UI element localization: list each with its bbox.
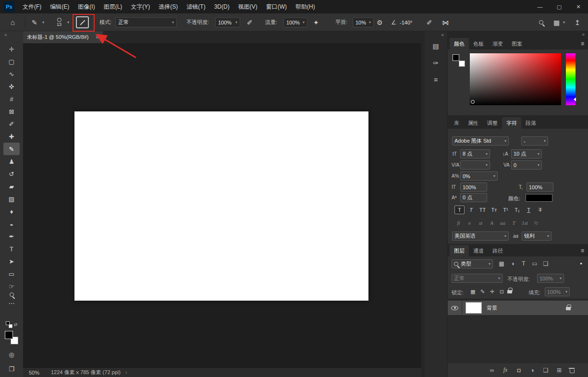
layer-visibility-cell[interactable]: [448, 301, 462, 315]
style-faux-italic-button[interactable]: T: [466, 206, 476, 214]
panel-background-color-swatch[interactable]: [459, 61, 465, 67]
tab-layers[interactable]: 图层: [450, 245, 469, 256]
menu-file[interactable]: 文件(F): [18, 0, 46, 13]
hue-marker-icon[interactable]: [574, 97, 576, 101]
tab-close-icon[interactable]: ✕: [95, 35, 99, 40]
zoom-tool[interactable]: [10, 292, 14, 297]
tab-swatches[interactable]: 色板: [469, 38, 488, 49]
adjustment-layer-icon[interactable]: ◑: [528, 366, 536, 374]
panel-collapse-chevron-icon[interactable]: »: [582, 32, 584, 37]
opacity-select[interactable]: 100% ▾: [215, 17, 240, 27]
layers-panel-menu-icon[interactable]: ≡: [581, 247, 584, 254]
share-icon[interactable]: ↥: [575, 13, 580, 31]
color-picker-ring-icon[interactable]: [471, 100, 475, 104]
tab-character[interactable]: 字符: [502, 117, 521, 129]
gear-icon[interactable]: ⚙: [377, 13, 383, 31]
opentype-contextual-alternates-button[interactable]: e: [466, 219, 474, 227]
swap-colors-icon[interactable]: ⇄: [14, 322, 18, 327]
eraser-tool[interactable]: ▰: [3, 180, 20, 193]
filter-smart-object-icon[interactable]: ❏: [541, 259, 551, 268]
filter-toggle-icon[interactable]: ●: [580, 261, 582, 266]
airbrush-icon[interactable]: ✦: [313, 13, 319, 31]
style-superscript-button[interactable]: T¹: [501, 206, 511, 214]
brush-settings-panel-icon[interactable]: ✑: [428, 57, 443, 69]
opentype-stylistic-alternates-button[interactable]: st: [477, 219, 485, 227]
zoom-level-field[interactable]: 50%: [29, 370, 51, 376]
delete-layer-icon[interactable]: [569, 367, 575, 373]
saturation-brightness-field[interactable]: [470, 53, 561, 105]
language-select[interactable]: 美国英语 ▾: [452, 231, 509, 241]
tracking-select[interactable]: 0 ▾: [511, 160, 542, 170]
hand-tool[interactable]: ☞: [3, 280, 20, 292]
filter-pixel-icon[interactable]: ▦: [497, 259, 506, 268]
workspace-chevron-icon[interactable]: ▾: [563, 13, 565, 31]
horizontal-type-tool[interactable]: T: [3, 243, 20, 255]
angle-value[interactable]: -140°: [400, 13, 412, 31]
minimize-button[interactable]: —: [530, 0, 550, 13]
layer-filter-select[interactable]: 类型 ▾: [452, 259, 493, 268]
crop-tool[interactable]: #: [3, 93, 20, 105]
quick-mask-button[interactable]: ◎: [3, 348, 20, 361]
tool-preset-brush-icon[interactable]: ✎: [32, 13, 37, 31]
tab-channels[interactable]: 通道: [469, 245, 488, 256]
fill-select[interactable]: 100% ▾: [545, 287, 570, 296]
default-colors-icon[interactable]: [6, 321, 12, 328]
symmetry-icon[interactable]: ⋈: [442, 13, 449, 31]
anti-alias-select[interactable]: 锐利 ▾: [522, 231, 551, 241]
style-underline-button[interactable]: T: [524, 206, 534, 214]
foreground-background-colors[interactable]: [5, 331, 18, 344]
gradient-tool[interactable]: ▨: [3, 193, 20, 205]
tab-color[interactable]: 颜色: [450, 38, 469, 49]
clone-stamp-tool[interactable]: ♟: [3, 155, 20, 168]
mode-select[interactable]: 正常 ▾: [115, 17, 177, 27]
frame-tool[interactable]: ⊠: [3, 105, 20, 118]
menu-image[interactable]: 图像(I): [74, 0, 99, 13]
new-group-icon[interactable]: ❏: [542, 366, 550, 374]
layer-opacity-select[interactable]: 100% ▾: [537, 274, 564, 283]
panel-foreground-color-swatch[interactable]: [453, 54, 459, 61]
kerning-select[interactable]: ▾: [460, 160, 490, 170]
lock-position-icon[interactable]: ✛: [488, 287, 496, 296]
new-layer-icon[interactable]: ⊞: [555, 366, 563, 374]
status-chevron-icon[interactable]: ›: [125, 370, 127, 375]
tab-properties[interactable]: 属性: [464, 117, 483, 129]
rectangle-tool[interactable]: ▭: [3, 268, 20, 280]
filter-type-icon[interactable]: T: [519, 259, 528, 268]
blend-mode-select[interactable]: 正常 ▾: [452, 274, 502, 283]
blur-tool[interactable]: ♦: [3, 205, 20, 218]
style-faux-bold-button[interactable]: T: [454, 206, 465, 214]
object-selection-tool[interactable]: ✜: [3, 80, 20, 93]
opentype-titling-alternates-button[interactable]: A: [488, 219, 496, 227]
smoothing-select[interactable]: 10% ▾: [353, 17, 374, 27]
panel-foreground-background-colors[interactable]: [453, 54, 465, 67]
style-strikethrough-button[interactable]: T: [535, 206, 545, 214]
close-button[interactable]: ✕: [569, 0, 588, 13]
eyedropper-tool[interactable]: ✐: [3, 118, 20, 130]
properties-panel-icon[interactable]: ≡: [428, 73, 443, 86]
menu-window[interactable]: 窗口(W): [262, 0, 291, 13]
tool-preset-chevron-icon[interactable]: ▾: [42, 13, 44, 31]
leading-select[interactable]: 10 点 ▾: [511, 149, 542, 158]
foreground-color-swatch[interactable]: [5, 331, 13, 339]
tab-gradients[interactable]: 渐变: [488, 38, 507, 49]
menu-type[interactable]: 文字(Y): [126, 0, 154, 13]
color-panel-menu-icon[interactable]: ≡: [581, 40, 584, 47]
home-icon[interactable]: ⌂: [11, 13, 15, 31]
style-subscript-button[interactable]: T₁: [512, 206, 522, 214]
menu-3d[interactable]: 3D(D): [210, 0, 234, 13]
style-small-caps-button[interactable]: Tᴛ: [489, 206, 499, 214]
spot-healing-brush-tool[interactable]: ✚: [3, 130, 20, 143]
layer-row-background[interactable]: 背景: [448, 301, 588, 315]
hue-slider[interactable]: [566, 53, 576, 105]
font-family-select[interactable]: Adobe 黑体 Std ▾: [452, 136, 509, 146]
lasso-tool[interactable]: ∿: [3, 68, 20, 80]
lock-all-icon[interactable]: [507, 290, 512, 293]
font-style-select[interactable]: - ▾: [521, 136, 548, 146]
link-layers-icon[interactable]: ∞: [488, 366, 496, 374]
opentype-oldstyle-button[interactable]: T: [510, 219, 518, 227]
path-selection-tool[interactable]: ➤: [3, 255, 20, 268]
horizontal-scale-field[interactable]: 100%: [527, 182, 553, 192]
filter-shape-icon[interactable]: ▭: [530, 259, 539, 268]
layer-style-icon[interactable]: fx: [502, 366, 509, 374]
opentype-standard-ligatures-button[interactable]: fi: [454, 219, 463, 227]
